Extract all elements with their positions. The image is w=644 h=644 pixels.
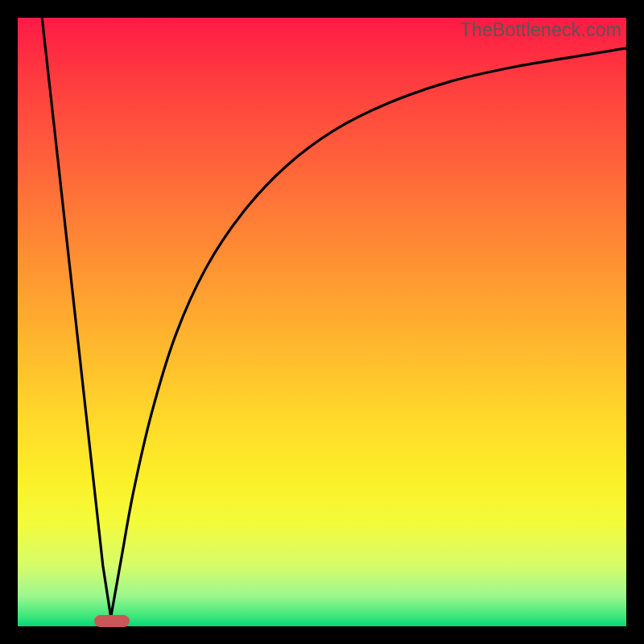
bottleneck-curve — [18, 18, 626, 626]
curve-path — [42, 18, 626, 617]
plot-area: TheBottleneck.com — [18, 18, 626, 626]
chart-frame: TheBottleneck.com — [0, 0, 644, 644]
optimal-marker — [94, 615, 130, 627]
